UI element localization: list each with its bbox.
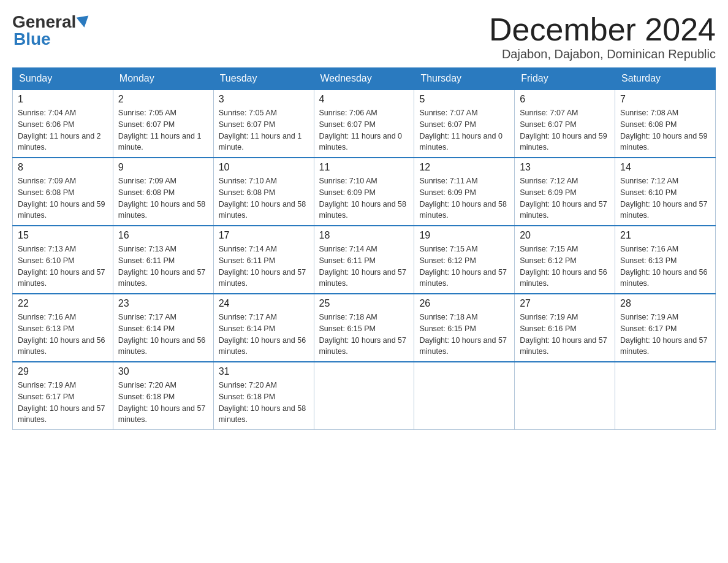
calendar-day-22: 22 Sunrise: 7:16 AM Sunset: 6:13 PM Dayl… (13, 294, 113, 362)
day-info: Sunrise: 7:04 AM Sunset: 6:06 PM Dayligh… (18, 107, 108, 153)
day-number: 14 (620, 162, 710, 173)
day-info: Sunrise: 7:16 AM Sunset: 6:13 PM Dayligh… (18, 312, 108, 358)
calendar-day-6: 6 Sunrise: 7:07 AM Sunset: 6:07 PM Dayli… (515, 90, 615, 158)
day-info: Sunrise: 7:09 AM Sunset: 6:08 PM Dayligh… (18, 175, 108, 221)
day-number: 17 (219, 230, 309, 241)
day-number: 20 (520, 230, 610, 241)
day-number: 8 (18, 162, 108, 173)
calendar-day-9: 9 Sunrise: 7:09 AM Sunset: 6:08 PM Dayli… (113, 158, 213, 226)
calendar-day-19: 19 Sunrise: 7:15 AM Sunset: 6:12 PM Dayl… (414, 226, 515, 294)
day-number: 28 (620, 298, 710, 309)
calendar-week-1: 1 Sunrise: 7:04 AM Sunset: 6:06 PM Dayli… (13, 90, 716, 158)
day-info: Sunrise: 7:10 AM Sunset: 6:08 PM Dayligh… (219, 175, 309, 221)
day-number: 26 (419, 298, 509, 309)
calendar-week-2: 8 Sunrise: 7:09 AM Sunset: 6:08 PM Dayli… (13, 158, 716, 226)
calendar-day-1: 1 Sunrise: 7:04 AM Sunset: 6:06 PM Dayli… (13, 90, 113, 158)
header-tuesday: Tuesday (213, 68, 314, 90)
day-info: Sunrise: 7:17 AM Sunset: 6:14 PM Dayligh… (118, 312, 208, 358)
calendar-table: Sunday Monday Tuesday Wednesday Thursday… (12, 67, 716, 430)
calendar-day-24: 24 Sunrise: 7:17 AM Sunset: 6:14 PM Dayl… (213, 294, 314, 362)
header-sunday: Sunday (13, 68, 113, 90)
day-info: Sunrise: 7:10 AM Sunset: 6:09 PM Dayligh… (319, 175, 409, 221)
calendar-day-5: 5 Sunrise: 7:07 AM Sunset: 6:07 PM Dayli… (414, 90, 515, 158)
calendar-week-3: 15 Sunrise: 7:13 AM Sunset: 6:10 PM Dayl… (13, 226, 716, 294)
calendar-day-18: 18 Sunrise: 7:14 AM Sunset: 6:11 PM Dayl… (314, 226, 414, 294)
day-info: Sunrise: 7:07 AM Sunset: 6:07 PM Dayligh… (520, 107, 610, 153)
header-monday: Monday (113, 68, 213, 90)
day-info: Sunrise: 7:17 AM Sunset: 6:14 PM Dayligh… (219, 312, 309, 358)
day-info: Sunrise: 7:11 AM Sunset: 6:09 PM Dayligh… (419, 175, 509, 221)
day-number: 9 (118, 162, 208, 173)
day-info: Sunrise: 7:18 AM Sunset: 6:15 PM Dayligh… (319, 312, 409, 358)
day-info: Sunrise: 7:18 AM Sunset: 6:15 PM Dayligh… (419, 312, 509, 358)
calendar-day-16: 16 Sunrise: 7:13 AM Sunset: 6:11 PM Dayl… (113, 226, 213, 294)
calendar-week-4: 22 Sunrise: 7:16 AM Sunset: 6:13 PM Dayl… (13, 294, 716, 362)
calendar-day-3: 3 Sunrise: 7:05 AM Sunset: 6:07 PM Dayli… (213, 90, 314, 158)
calendar-day-31: 31 Sunrise: 7:20 AM Sunset: 6:18 PM Dayl… (213, 362, 314, 430)
day-number: 21 (620, 230, 710, 241)
calendar-day-28: 28 Sunrise: 7:19 AM Sunset: 6:17 PM Dayl… (615, 294, 716, 362)
calendar-day-7: 7 Sunrise: 7:08 AM Sunset: 6:08 PM Dayli… (615, 90, 716, 158)
day-info: Sunrise: 7:19 AM Sunset: 6:17 PM Dayligh… (18, 380, 108, 426)
day-number: 22 (18, 298, 108, 309)
month-title: December 2024 (489, 12, 716, 47)
day-number: 4 (319, 94, 409, 105)
day-number: 13 (520, 162, 610, 173)
calendar-day-23: 23 Sunrise: 7:17 AM Sunset: 6:14 PM Dayl… (113, 294, 213, 362)
day-info: Sunrise: 7:05 AM Sunset: 6:07 PM Dayligh… (219, 107, 309, 153)
day-info: Sunrise: 7:20 AM Sunset: 6:18 PM Dayligh… (118, 380, 208, 426)
calendar-day-21: 21 Sunrise: 7:16 AM Sunset: 6:13 PM Dayl… (615, 226, 716, 294)
day-number: 23 (118, 298, 208, 309)
day-info: Sunrise: 7:20 AM Sunset: 6:18 PM Dayligh… (219, 380, 309, 426)
day-info: Sunrise: 7:12 AM Sunset: 6:10 PM Dayligh… (620, 175, 710, 221)
day-number: 18 (319, 230, 409, 241)
day-number: 27 (520, 298, 610, 309)
day-number: 15 (18, 230, 108, 241)
header-friday: Friday (515, 68, 615, 90)
calendar-day-4: 4 Sunrise: 7:06 AM Sunset: 6:07 PM Dayli… (314, 90, 414, 158)
day-number: 6 (520, 94, 610, 105)
calendar-day-12: 12 Sunrise: 7:11 AM Sunset: 6:09 PM Dayl… (414, 158, 515, 226)
calendar-day-10: 10 Sunrise: 7:10 AM Sunset: 6:08 PM Dayl… (213, 158, 314, 226)
calendar-day-30: 30 Sunrise: 7:20 AM Sunset: 6:18 PM Dayl… (113, 362, 213, 430)
day-number: 3 (219, 94, 309, 105)
day-info: Sunrise: 7:07 AM Sunset: 6:07 PM Dayligh… (419, 107, 509, 153)
calendar-empty-cell (515, 362, 615, 430)
logo-blue-text: Blue (13, 29, 51, 48)
calendar-empty-cell (414, 362, 515, 430)
calendar-day-20: 20 Sunrise: 7:15 AM Sunset: 6:12 PM Dayl… (515, 226, 615, 294)
calendar-day-15: 15 Sunrise: 7:13 AM Sunset: 6:10 PM Dayl… (13, 226, 113, 294)
day-info: Sunrise: 7:05 AM Sunset: 6:07 PM Dayligh… (118, 107, 208, 153)
calendar-day-13: 13 Sunrise: 7:12 AM Sunset: 6:09 PM Dayl… (515, 158, 615, 226)
location-text: Dajabon, Dajabon, Dominican Republic (489, 47, 716, 61)
day-number: 2 (118, 94, 208, 105)
logo-triangle-icon (77, 15, 91, 28)
day-info: Sunrise: 7:15 AM Sunset: 6:12 PM Dayligh… (520, 243, 610, 289)
day-info: Sunrise: 7:13 AM Sunset: 6:11 PM Dayligh… (118, 243, 208, 289)
calendar-header-row: Sunday Monday Tuesday Wednesday Thursday… (13, 68, 716, 90)
day-number: 11 (319, 162, 409, 173)
day-info: Sunrise: 7:08 AM Sunset: 6:08 PM Dayligh… (620, 107, 710, 153)
day-number: 12 (419, 162, 509, 173)
day-info: Sunrise: 7:06 AM Sunset: 6:07 PM Dayligh… (319, 107, 409, 153)
day-info: Sunrise: 7:16 AM Sunset: 6:13 PM Dayligh… (620, 243, 710, 289)
calendar-day-2: 2 Sunrise: 7:05 AM Sunset: 6:07 PM Dayli… (113, 90, 213, 158)
calendar-week-5: 29 Sunrise: 7:19 AM Sunset: 6:17 PM Dayl… (13, 362, 716, 430)
day-info: Sunrise: 7:09 AM Sunset: 6:08 PM Dayligh… (118, 175, 208, 221)
calendar-day-17: 17 Sunrise: 7:14 AM Sunset: 6:11 PM Dayl… (213, 226, 314, 294)
day-info: Sunrise: 7:14 AM Sunset: 6:11 PM Dayligh… (319, 243, 409, 289)
day-number: 29 (18, 366, 108, 377)
logo: General Blue (12, 12, 91, 49)
header-wednesday: Wednesday (314, 68, 414, 90)
day-number: 1 (18, 94, 108, 105)
page-header: General Blue December 2024 Dajabon, Daja… (12, 12, 716, 61)
calendar-day-26: 26 Sunrise: 7:18 AM Sunset: 6:15 PM Dayl… (414, 294, 515, 362)
day-info: Sunrise: 7:15 AM Sunset: 6:12 PM Dayligh… (419, 243, 509, 289)
day-number: 19 (419, 230, 509, 241)
calendar-day-25: 25 Sunrise: 7:18 AM Sunset: 6:15 PM Dayl… (314, 294, 414, 362)
calendar-day-29: 29 Sunrise: 7:19 AM Sunset: 6:17 PM Dayl… (13, 362, 113, 430)
calendar-day-11: 11 Sunrise: 7:10 AM Sunset: 6:09 PM Dayl… (314, 158, 414, 226)
header-thursday: Thursday (414, 68, 515, 90)
day-number: 7 (620, 94, 710, 105)
day-info: Sunrise: 7:19 AM Sunset: 6:17 PM Dayligh… (620, 312, 710, 358)
